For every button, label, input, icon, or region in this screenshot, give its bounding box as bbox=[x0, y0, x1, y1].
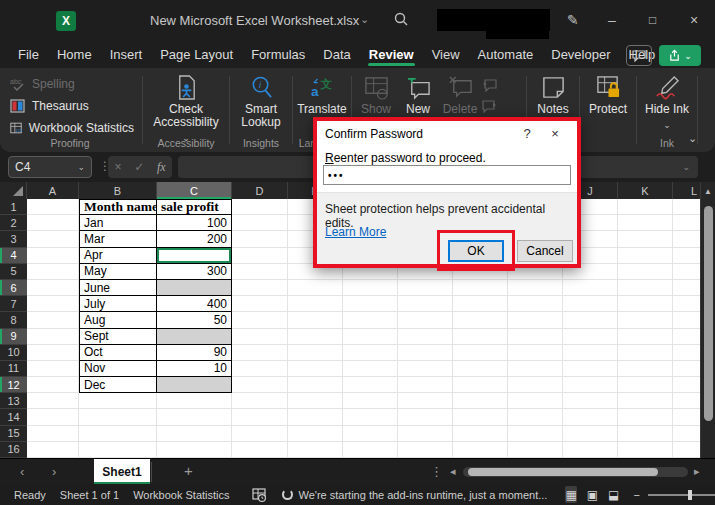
grid-cell-K15[interactable] bbox=[618, 426, 673, 442]
grid-cell-I7[interactable] bbox=[508, 296, 563, 312]
menu-tab-view[interactable]: View bbox=[423, 42, 469, 68]
hide-ink-button[interactable]: Hide Ink ⌄ bbox=[640, 73, 694, 132]
grid-cell-I10[interactable] bbox=[508, 345, 563, 361]
zoom-out-button[interactable]: − bbox=[633, 489, 639, 501]
document-title[interactable]: New Microsoft Excel Worksheet.xlsx bbox=[150, 13, 359, 28]
menu-tab-review[interactable]: Review bbox=[360, 42, 423, 68]
grid-cell-I14[interactable] bbox=[508, 409, 563, 425]
search-icon[interactable] bbox=[393, 11, 409, 27]
row-header-16[interactable]: 16 bbox=[0, 442, 27, 458]
status-workbook-statistics[interactable]: Workbook Statistics bbox=[133, 489, 229, 501]
grid-cell-D2[interactable] bbox=[232, 215, 288, 231]
grid-cell-D5[interactable] bbox=[232, 264, 288, 280]
row-header-8[interactable]: 8 bbox=[0, 312, 27, 328]
grid-cell-C7[interactable]: 400 bbox=[157, 296, 232, 312]
comments-button[interactable] bbox=[626, 45, 652, 66]
dialog-close-button[interactable]: × bbox=[541, 126, 569, 141]
scroll-up-icon[interactable]: ▲ bbox=[704, 187, 712, 196]
grid-cell-A6[interactable] bbox=[27, 280, 79, 296]
grid-cell-A12[interactable] bbox=[27, 377, 79, 393]
grid-cell-E15[interactable] bbox=[288, 426, 343, 442]
grid-cell-B6[interactable]: June bbox=[79, 280, 157, 296]
row-header-7[interactable]: 7 bbox=[0, 296, 27, 312]
grid-cell-E11[interactable] bbox=[288, 361, 343, 377]
grid-cell-B10[interactable]: Oct bbox=[79, 345, 157, 361]
menu-tab-developer[interactable]: Developer bbox=[542, 42, 619, 68]
menu-tab-file[interactable]: File bbox=[9, 42, 48, 68]
grid-cell-G6[interactable] bbox=[398, 280, 453, 296]
grid-cell-E9[interactable] bbox=[288, 329, 343, 345]
grid-cell-C6[interactable] bbox=[157, 280, 232, 296]
grid-cell-A14[interactable] bbox=[27, 409, 79, 425]
pen-icon[interactable]: ✎ bbox=[567, 12, 579, 28]
grid-cell-B13[interactable] bbox=[79, 393, 157, 409]
grid-cell-F12[interactable] bbox=[343, 377, 398, 393]
grid-cell-A1[interactable] bbox=[27, 199, 79, 215]
grid-cell-D12[interactable] bbox=[232, 377, 288, 393]
share-button[interactable]: ⌄ bbox=[659, 45, 701, 66]
menu-tab-formulas[interactable]: Formulas bbox=[242, 42, 314, 68]
grid-cell-C12[interactable] bbox=[157, 377, 232, 393]
grid-cell-B1[interactable]: Month name bbox=[79, 199, 157, 215]
row-header-14[interactable]: 14 bbox=[0, 409, 27, 425]
grid-cell-A13[interactable] bbox=[27, 393, 79, 409]
grid-cell-I13[interactable] bbox=[508, 393, 563, 409]
scroll-left-icon[interactable]: ◂ bbox=[450, 465, 456, 478]
row-header-10[interactable]: 10 bbox=[0, 345, 27, 361]
grid-cell-J12[interactable] bbox=[563, 377, 618, 393]
grid-cell-I9[interactable] bbox=[508, 329, 563, 345]
minimize-button[interactable]: – bbox=[608, 12, 616, 28]
grid-cell-F10[interactable] bbox=[343, 345, 398, 361]
grid-cell-F16[interactable] bbox=[343, 442, 398, 458]
cancel-button[interactable]: Cancel bbox=[517, 240, 573, 262]
name-box[interactable]: C4 ⌄ bbox=[8, 156, 92, 178]
close-button[interactable]: × bbox=[690, 12, 698, 28]
grid-cell-I6[interactable] bbox=[508, 280, 563, 296]
grid-cell-F6[interactable] bbox=[343, 280, 398, 296]
grid-cell-B8[interactable]: Aug bbox=[79, 312, 157, 328]
grid-cell-B4[interactable]: Apr bbox=[79, 248, 157, 264]
grid-cell-D16[interactable] bbox=[232, 442, 288, 458]
grid-cell-F8[interactable] bbox=[343, 312, 398, 328]
grid-cell-H6[interactable] bbox=[453, 280, 508, 296]
learn-more-link[interactable]: Learn More bbox=[325, 225, 386, 239]
grid-cell-E10[interactable] bbox=[288, 345, 343, 361]
grid-cell-E14[interactable] bbox=[288, 409, 343, 425]
grid-cell-G9[interactable] bbox=[398, 329, 453, 345]
grid-cell-K1[interactable] bbox=[618, 199, 673, 215]
grid-cell-E16[interactable] bbox=[288, 442, 343, 458]
grid-cell-A16[interactable] bbox=[27, 442, 79, 458]
grid-cell-C13[interactable] bbox=[157, 393, 232, 409]
spreadsheet-clock-icon[interactable] bbox=[252, 488, 266, 502]
new-comment-button[interactable]: New bbox=[398, 73, 438, 116]
sheet-tab-sheet1[interactable]: Sheet1 bbox=[94, 459, 150, 485]
menu-tab-page-layout[interactable]: Page Layout bbox=[151, 42, 242, 68]
grid-cell-K9[interactable] bbox=[618, 329, 673, 345]
normal-view-button[interactable]: ▦ bbox=[565, 486, 576, 503]
grid-cell-G10[interactable] bbox=[398, 345, 453, 361]
column-header-D[interactable]: D bbox=[232, 182, 288, 199]
grid-cell-B5[interactable]: May bbox=[79, 264, 157, 280]
grid-cell-K11[interactable] bbox=[618, 361, 673, 377]
previous-sheet-icon[interactable]: ‹ bbox=[20, 464, 24, 479]
grid-cell-G15[interactable] bbox=[398, 426, 453, 442]
vertical-scrollbar[interactable]: ▲ bbox=[700, 182, 715, 458]
next-sheet-icon[interactable]: › bbox=[52, 464, 56, 479]
grid-cell-K4[interactable] bbox=[618, 248, 673, 264]
grid-cell-D11[interactable] bbox=[232, 361, 288, 377]
grid-cell-A2[interactable] bbox=[27, 215, 79, 231]
grid-cell-A9[interactable] bbox=[27, 329, 79, 345]
grid-cell-C2[interactable]: 100 bbox=[157, 215, 232, 231]
grid-cell-I16[interactable] bbox=[508, 442, 563, 458]
grid-cell-H11[interactable] bbox=[453, 361, 508, 377]
grid-cell-I12[interactable] bbox=[508, 377, 563, 393]
row-header-4[interactable]: 4 bbox=[0, 248, 27, 264]
grid-cell-E8[interactable] bbox=[288, 312, 343, 328]
row-header-11[interactable]: 11 bbox=[0, 361, 27, 377]
grid-cell-B2[interactable]: Jan bbox=[79, 215, 157, 231]
password-input[interactable] bbox=[323, 165, 571, 185]
zoom-slider-thumb[interactable] bbox=[688, 490, 692, 500]
grid-cell-G14[interactable] bbox=[398, 409, 453, 425]
grid-cell-E13[interactable] bbox=[288, 393, 343, 409]
thesaurus-button[interactable]: Thesaurus bbox=[10, 96, 134, 116]
